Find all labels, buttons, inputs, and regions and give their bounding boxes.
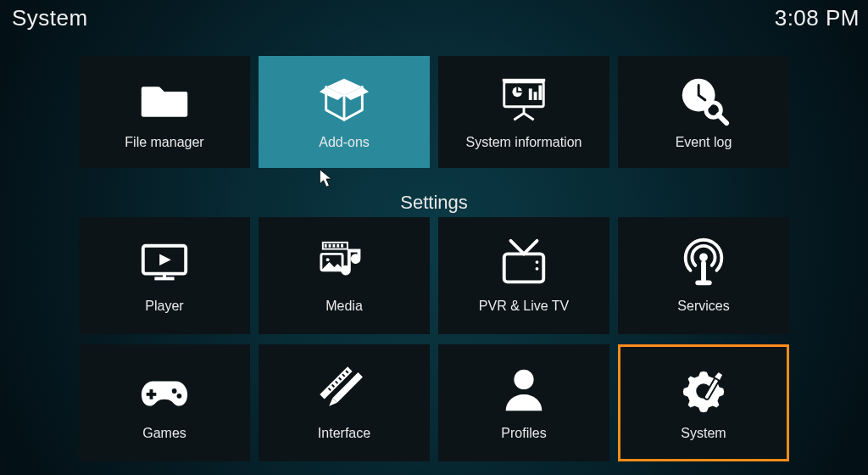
open-box-icon (314, 74, 374, 126)
presentation-chart-icon (494, 74, 554, 126)
svg-rect-24 (701, 260, 706, 282)
pencil-ruler-icon (314, 365, 374, 417)
svg-point-19 (326, 258, 330, 261)
svg-rect-4 (534, 92, 537, 100)
tv-antenna-icon (494, 238, 554, 290)
svg-point-22 (536, 267, 539, 271)
svg-point-21 (536, 260, 539, 264)
page-title: System (12, 5, 88, 31)
tile-label: Event log (676, 135, 732, 150)
tile-label: File manager (125, 135, 203, 150)
settings-heading: Settings (0, 192, 868, 214)
svg-rect-27 (147, 393, 157, 396)
settings-row-2: Games Interface Profiles (0, 344, 868, 461)
tile-event-log[interactable]: Event log (618, 56, 789, 168)
gear-tool-icon (674, 365, 733, 417)
svg-rect-11 (163, 274, 166, 279)
tile-profiles[interactable]: Profiles (438, 344, 609, 461)
settings-row-1: Player Media PVR & Live TV (0, 217, 868, 334)
folder-icon (135, 74, 194, 126)
top-row: File manager Add-ons System information (0, 56, 868, 168)
monitor-play-icon (135, 238, 194, 290)
svg-rect-30 (332, 372, 363, 403)
clock-search-icon (674, 74, 733, 126)
tile-system-information[interactable]: System information (438, 56, 609, 168)
svg-point-23 (699, 253, 708, 261)
tile-label: Services (677, 299, 729, 314)
tile-system[interactable]: System (618, 344, 789, 461)
tile-label: PVR & Live TV (479, 299, 569, 314)
broadcast-icon (674, 238, 733, 290)
svg-point-38 (514, 370, 533, 389)
tile-games[interactable]: Games (79, 344, 250, 461)
tile-label: Games (142, 426, 186, 441)
svg-rect-15 (332, 244, 335, 248)
mouse-cursor-icon (319, 169, 334, 189)
svg-point-28 (172, 388, 177, 394)
svg-rect-6 (503, 79, 545, 82)
tile-label: System information (466, 135, 582, 150)
media-collection-icon (314, 238, 374, 290)
svg-rect-16 (337, 244, 339, 248)
tile-label: Profiles (501, 426, 546, 441)
svg-rect-13 (325, 244, 327, 248)
svg-rect-5 (538, 86, 542, 100)
tile-label: Player (145, 299, 183, 314)
tile-player[interactable]: Player (79, 217, 250, 334)
svg-rect-25 (695, 280, 711, 285)
tile-media[interactable]: Media (259, 217, 430, 334)
tile-pvr-live-tv[interactable]: PVR & Live TV (438, 217, 609, 334)
tile-interface[interactable]: Interface (259, 344, 430, 461)
clock: 3:08 PM (775, 5, 860, 31)
tile-label: Interface (318, 426, 370, 441)
tile-label: System (681, 426, 726, 441)
tile-label: Add-ons (319, 135, 370, 150)
svg-rect-1 (504, 82, 544, 107)
tile-label: Media (326, 299, 363, 314)
tile-add-ons[interactable]: Add-ons (259, 56, 430, 168)
svg-rect-0 (142, 95, 187, 116)
tile-services[interactable]: Services (618, 217, 789, 334)
person-icon (494, 365, 554, 417)
gamepad-icon (135, 365, 194, 417)
svg-point-29 (177, 394, 182, 399)
svg-rect-14 (329, 244, 331, 248)
topbar: System 3:08 PM (12, 5, 860, 31)
svg-rect-17 (341, 244, 343, 248)
svg-rect-3 (529, 88, 532, 100)
tile-file-manager[interactable]: File manager (79, 56, 250, 168)
